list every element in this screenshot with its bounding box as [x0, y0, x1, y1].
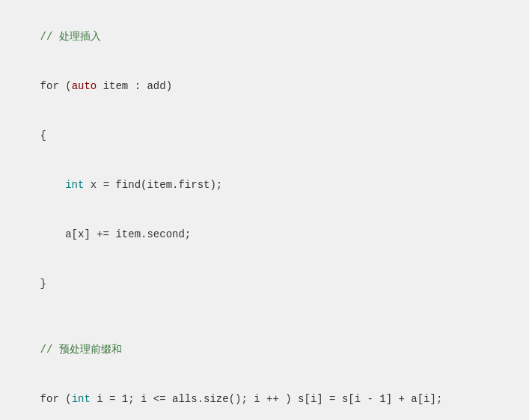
code-line-comment1: // 处理插入 — [15, 12, 514, 61]
code-line-brace1-close: } — [15, 259, 514, 308]
comment-text: // 处理插入 — [40, 31, 101, 43]
code-line-ax: a[x] += item.second; — [15, 210, 514, 259]
code-line-comment2: // 预处理前缀和 — [15, 325, 514, 374]
code-line-for2: for (int i = 1; i <= alls.size(); i ++ )… — [15, 374, 514, 420]
code-container: // 处理插入 for (auto item : add) { int x = … — [0, 0, 529, 420]
empty-line-1 — [15, 308, 514, 325]
code-line-for1: for (auto item : add) — [15, 61, 514, 111]
code-line-brace1-open: { — [15, 111, 514, 160]
comment-text-2: // 预处理前缀和 — [40, 344, 122, 356]
code-line-int-x: int x = find(item.first); — [15, 160, 514, 210]
